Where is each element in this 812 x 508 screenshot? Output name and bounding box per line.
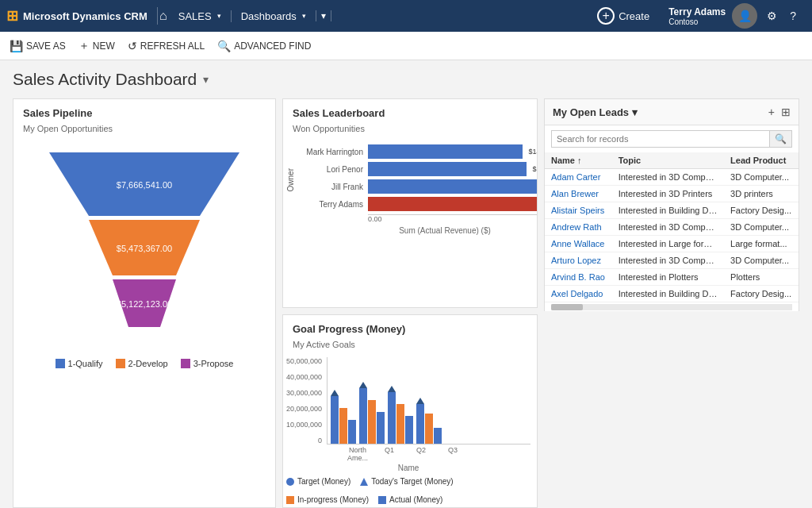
dashboards-label: Dashboards — [241, 10, 297, 22]
leads-search-input[interactable] — [552, 132, 769, 146]
leaderboard-bars: Mark Harrington $14,466,153.86 Lori Peno… — [300, 141, 538, 235]
create-label: Create — [619, 10, 649, 22]
find-icon: 🔍 — [217, 40, 231, 52]
more-nav-icon[interactable]: ▾ — [321, 10, 326, 21]
refresh-all-button[interactable]: ↺ REFRESH ALL — [128, 40, 205, 52]
terry-adams-bar: $30,821,322.27 — [368, 197, 538, 211]
leads-title-caret[interactable]: ▾ — [632, 106, 638, 118]
advanced-find-label: ADVANCED FIND — [234, 40, 311, 52]
advanced-find-button[interactable]: 🔍 ADVANCED FIND — [217, 40, 311, 52]
leads-search-button[interactable]: 🔍 — [769, 131, 791, 147]
leads-scrollbar-thumb — [551, 304, 583, 310]
my-open-leads-section: My Open Leads ▾ + ⊞ 🔍 Name ↑ Topic — [544, 98, 799, 311]
legend-qualify: 1-Qualify — [56, 359, 103, 368]
lead-name: Arturo Lopez — [545, 252, 612, 269]
sales-label: SALES — [178, 10, 212, 22]
leads-table-row[interactable]: Axel Delgado Interested in Building Desi… — [545, 286, 799, 302]
qualify-value: $7,666,541.00 — [117, 180, 172, 190]
leads-section-title: My Open Leads ▾ — [553, 106, 638, 118]
lead-product: 3D Computer... — [724, 252, 799, 269]
lead-name: Arvind B. Rao — [545, 269, 612, 286]
leaderboard-chart-area: Owner Mark Harrington $14,466,153.86 Lor… — [283, 138, 537, 238]
sales-caret: ▾ — [217, 12, 221, 20]
legend-inprogress: In-progress (Money) — [286, 495, 369, 504]
leads-col-name[interactable]: Name ↑ — [545, 152, 612, 169]
gear-icon[interactable]: ⚙ — [764, 10, 780, 22]
leads-col-topic[interactable]: Topic — [612, 152, 724, 169]
develop-value: $5,473,367.00 — [117, 244, 172, 253]
inprogress-label: In-progress (Money) — [297, 495, 369, 504]
na-triangle — [331, 390, 339, 396]
lead-product: Large format... — [724, 236, 799, 252]
leads-horizontal-scrollbar[interactable] — [551, 304, 792, 310]
home-icon[interactable]: ⌂ — [159, 9, 167, 23]
help-icon[interactable]: ? — [787, 10, 799, 22]
lead-topic: Interested in 3D Computer-aided... — [612, 169, 724, 186]
q3-actual-bar — [434, 428, 442, 444]
sales-nav[interactable]: SALES ▾ — [169, 10, 232, 22]
mark-harrington-label: Mark Harrington — [300, 148, 363, 156]
bar-mark-harrington: Mark Harrington $14,466,153.86 — [300, 144, 538, 159]
lead-product: Factory Desig... — [724, 202, 799, 219]
new-button[interactable]: ＋ NEW — [79, 39, 115, 53]
leads-table-row[interactable]: Andrew Rath Interested in 3D Computer-ai… — [545, 219, 799, 236]
lead-topic: Interested in 3D Printers — [612, 186, 724, 202]
jill-frank-label: Jill Frank — [300, 183, 363, 191]
brand-logo[interactable]: ⊞ Microsoft Dynamics CRM — [6, 7, 158, 25]
brand-name: Microsoft Dynamics CRM — [23, 10, 147, 22]
leads-add-icon[interactable]: + — [768, 106, 775, 118]
leads-table-header: Name ↑ Topic Lead Product — [545, 152, 799, 169]
goal-chart-wrapper: 50,000,000 40,000,000 30,000,000 20,000,… — [283, 354, 537, 507]
q2-group — [388, 392, 413, 444]
lead-name: Alistair Speirs — [545, 202, 612, 219]
ms-icon: ⊞ — [6, 7, 18, 25]
todays-target-label: Today's Target (Money) — [371, 477, 453, 486]
new-label: NEW — [93, 40, 115, 52]
leads-section-header: My Open Leads ▾ + ⊞ — [545, 99, 799, 125]
right-panel: My Open Leads ▾ + ⊞ 🔍 Name ↑ Topic — [541, 95, 802, 311]
q3-target-bar — [416, 404, 424, 444]
q2-actual-bar — [405, 416, 413, 444]
goal-x-label: Name — [286, 464, 530, 472]
create-circle-icon: + — [597, 7, 615, 25]
user-avatar[interactable]: 👤 — [732, 3, 757, 29]
page-title: Sales Activity Dashboard — [13, 70, 197, 89]
legend-todays-target: Today's Target (Money) — [360, 477, 453, 486]
leads-table-row[interactable]: Arturo Lopez Interested in 3D Computer-a… — [545, 252, 799, 269]
inprogress-square-icon — [286, 496, 294, 504]
leads-table-row[interactable]: Adam Carter Interested in 3D Computer-ai… — [545, 169, 799, 186]
dashboards-caret: ▾ — [302, 12, 306, 20]
north-america-group — [331, 396, 356, 444]
develop-color — [116, 359, 125, 368]
legend-target: Target (Money) — [286, 477, 350, 486]
lori-penor-bar: $14,845,812.99 — [368, 162, 527, 176]
new-icon: ＋ — [79, 39, 90, 53]
q1-group — [359, 388, 385, 444]
lead-name: Adam Carter — [545, 169, 612, 186]
y-30m: 30,000,000 — [286, 389, 322, 397]
qualify-color — [56, 359, 65, 368]
leads-col-product[interactable]: Lead Product — [724, 152, 799, 169]
y-20m: 20,000,000 — [286, 405, 322, 413]
page-title-dropdown[interactable]: ▾ — [203, 73, 209, 86]
lead-product: 3D printers — [724, 186, 799, 202]
leads-table-row[interactable]: Alan Brewer Interested in 3D Printers 3D… — [545, 186, 799, 202]
leads-view-icon[interactable]: ⊞ — [781, 106, 791, 118]
leads-table-row[interactable]: Anne Wallace Interested in Large format … — [545, 236, 799, 252]
sales-pipeline-panel: Sales Pipeline My Open Opportunities $7,… — [13, 98, 276, 508]
q1-triangle — [359, 382, 367, 388]
save-as-button[interactable]: 💾 SAVE AS — [10, 40, 66, 52]
leaderboard-subtitle: Won Opportunities — [283, 124, 537, 138]
goal-legend: Target (Money) Today's Target (Money) In… — [286, 477, 530, 504]
owner-label: Owner — [286, 168, 295, 191]
save-as-label: SAVE AS — [26, 40, 66, 52]
leads-table-row[interactable]: Alistair Speirs Interested in Building D… — [545, 202, 799, 219]
na-target-bar — [331, 396, 339, 444]
goal-subtitle: My Active Goals — [283, 340, 537, 354]
leads-table-row[interactable]: Arvind B. Rao Interested in Plotters Plo… — [545, 269, 799, 286]
create-button[interactable]: + Create — [597, 7, 649, 25]
x-label-0: 0.00 — [368, 215, 382, 223]
dashboards-nav[interactable]: Dashboards ▾ — [232, 10, 316, 22]
propose-color — [181, 359, 190, 368]
propose-value: $5,122,123.00 — [117, 299, 172, 309]
